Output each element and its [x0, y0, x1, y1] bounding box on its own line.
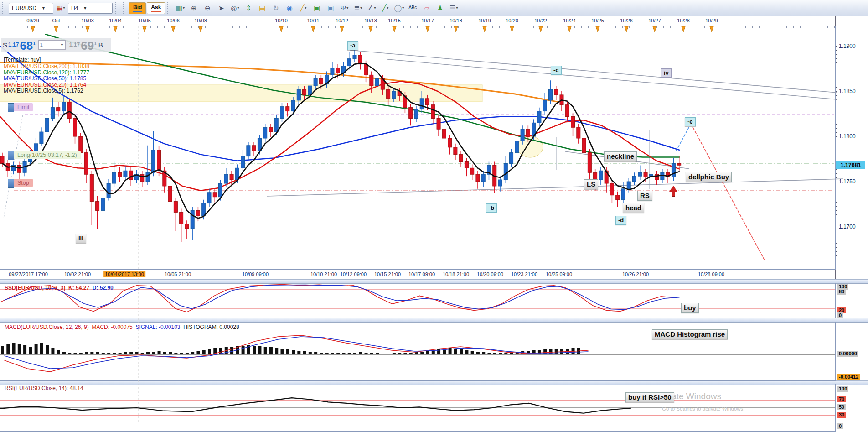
top-axis-label[interactable]: 10/04	[109, 18, 122, 23]
rsi-axis-badge: 0	[837, 423, 843, 429]
macd-rise-label: MACD Histogram rise	[652, 329, 728, 339]
zoom-in-button[interactable]: ⊕	[187, 2, 200, 14]
top-axis-label[interactable]: 10/15	[388, 18, 401, 23]
top-axis-label[interactable]: 10/19	[478, 18, 491, 23]
bottom-axis-label[interactable]: 10/04/2017 13:00	[103, 271, 145, 277]
bottom-axis-label[interactable]: 10/17 09:00	[407, 271, 436, 277]
top-axis-label[interactable]: 10/26	[620, 18, 633, 23]
ask-button[interactable]: Ask	[147, 2, 165, 14]
bottom-axis-label[interactable]: 10/09 09:00	[241, 271, 270, 277]
structure-button[interactable]: ♟	[434, 2, 446, 14]
bottom-axis-label[interactable]: 10/12 09:00	[339, 271, 368, 277]
wave-iii-label: iii	[76, 234, 86, 243]
bottom-axis-label[interactable]: 10/20 09:00	[475, 271, 505, 277]
list-button[interactable]: ☰▾	[447, 2, 460, 14]
stop-order-badge-handle[interactable]	[8, 179, 14, 188]
buy-label[interactable]: B	[98, 41, 103, 49]
top-axis-label[interactable]: 10/13	[364, 18, 377, 23]
text-label-icon: ᴬᴮᶜ	[408, 5, 417, 11]
image-add-icon: ▣	[314, 5, 320, 11]
bottom-axis-label[interactable]: 10/25 09:00	[544, 271, 574, 277]
top-axis-label[interactable]: 10/08	[194, 18, 207, 23]
panel-splitter[interactable]	[0, 380, 868, 385]
bottom-axis-label[interactable]: 10/18 21:00	[441, 271, 470, 277]
toolbar: EUR/USD▼ ▦▾ H4▼ BidAsk▥▾⊕⊖➤◎▾⇕▤↻◉╱▾▣▣Ψ▾≣…	[0, 0, 868, 16]
top-axis-label[interactable]: 10/22	[534, 18, 547, 23]
magnifier-icon: ◎	[231, 5, 237, 11]
ruler-button[interactable]: ╱▾	[297, 2, 310, 14]
top-axis-label[interactable]: 10/12	[336, 18, 348, 23]
top-date-axis[interactable]: 09/29Oct10/0310/0410/0510/0610/0810/1010…	[0, 16, 868, 26]
bottom-axis-label[interactable]: 10/05 21:00	[163, 271, 192, 277]
limit-order-badge-handle[interactable]	[8, 103, 14, 112]
trend-angles-icon: ∠	[367, 5, 373, 11]
panel-splitter[interactable]	[0, 318, 868, 323]
zoom-pointer-button[interactable]: ➤	[215, 2, 227, 14]
top-axis-label[interactable]: 10/05	[138, 18, 151, 23]
note-button[interactable]: ▤	[256, 2, 269, 14]
bid-button[interactable]: Bid	[129, 2, 146, 14]
image-chart-button[interactable]: ▣	[324, 2, 337, 14]
bottom-axis-label[interactable]: 10/28 09:00	[697, 271, 726, 277]
top-axis-label[interactable]: 10/29	[705, 18, 718, 23]
zoom-in-icon: ⊕	[191, 5, 197, 11]
bottom-axis-label[interactable]: 10/26 21:00	[621, 271, 650, 277]
eraser-button[interactable]: ▱	[420, 2, 433, 14]
top-axis-label[interactable]: 10/18	[450, 18, 462, 23]
fib-levels-button[interactable]: ≣▾	[351, 2, 364, 14]
toolbar-grip[interactable]	[2, 2, 6, 14]
image-add-button[interactable]: ▣	[310, 2, 323, 14]
top-axis-label[interactable]: 10/10	[275, 18, 288, 23]
stop-order-badge[interactable]: Stop	[14, 179, 33, 187]
open-position-badge-handle[interactable]	[8, 151, 14, 160]
sell-price-small[interactable]: 1.17	[8, 42, 19, 48]
globe-button[interactable]: ◉	[283, 2, 296, 14]
top-axis-label[interactable]: 10/17	[421, 18, 434, 23]
chart-type-button[interactable]: ▥▾	[174, 2, 186, 14]
top-axis-label[interactable]: 10/24	[563, 18, 576, 23]
remove-chart-button[interactable]: ▦▾	[54, 2, 67, 14]
sell-label[interactable]: S	[3, 41, 7, 49]
sell-price-big[interactable]: 681	[20, 38, 35, 52]
eye-refresh-button[interactable]: ↻	[269, 2, 282, 14]
chart-graphics	[0, 0, 868, 432]
top-axis-label[interactable]: Oct	[52, 18, 60, 23]
trendline-button[interactable]: ╱▾	[379, 2, 392, 14]
top-axis-label[interactable]: 10/27	[648, 18, 661, 23]
top-axis-label[interactable]: 10/25	[591, 18, 604, 23]
symbol-select[interactable]: EUR/USD▼	[9, 3, 53, 14]
open-position-badge[interactable]: Long(10/25 03:17, -1.2)	[14, 151, 81, 159]
ellipse-tool-button[interactable]: ◯▾	[393, 2, 405, 14]
horizontal-scrollbar[interactable]	[0, 279, 868, 284]
period-select[interactable]: H4▼	[68, 3, 113, 14]
chevron-down-icon: ▼	[60, 43, 64, 47]
remove-chart-icon: ▦	[56, 5, 62, 11]
top-axis-label[interactable]: 10/28	[677, 18, 690, 23]
ellipse-tool-icon: ◯	[394, 5, 402, 11]
buy-price-big[interactable]: 691	[81, 38, 96, 52]
bottom-axis-label[interactable]: 10/10 21:00	[309, 271, 338, 277]
top-axis-label[interactable]: 10/20	[506, 18, 518, 23]
top-axis-label[interactable]: 10/03	[81, 18, 94, 23]
limit-order-badge[interactable]: Limit	[14, 103, 33, 111]
pitchfork-button[interactable]: Ψ▾	[338, 2, 351, 14]
macd-axis-badge: 0.00000	[837, 351, 858, 357]
head-label: head	[623, 203, 644, 213]
top-axis-label[interactable]: 10/06	[167, 18, 180, 23]
fit-vertical-button[interactable]: ⇕	[242, 2, 255, 14]
magnifier-button[interactable]: ◎▾	[228, 2, 241, 14]
wave-d-label: -d	[615, 216, 626, 225]
top-axis-label[interactable]: 10/11	[307, 18, 320, 23]
bottom-axis-label[interactable]: 10/15 21:00	[373, 271, 402, 277]
buy-price-small[interactable]: 1.17	[69, 42, 80, 48]
bottom-date-axis[interactable]: 09/27/2017 17:0010/02 21:0010/04/2017 13…	[0, 269, 835, 280]
trend-angles-button[interactable]: ∠▾	[365, 2, 378, 14]
zoom-out-button[interactable]: ⊖	[201, 2, 214, 14]
fib-levels-icon: ≣	[354, 5, 360, 11]
bottom-axis-label[interactable]: 09/27/2017 17:00	[7, 271, 49, 277]
top-axis-label[interactable]: 09/29	[26, 18, 39, 23]
amount-input[interactable]: 1▼	[38, 40, 66, 50]
text-label-button[interactable]: ᴬᴮᶜ	[406, 2, 419, 14]
bottom-axis-label[interactable]: 10/02 21:00	[63, 271, 92, 277]
bottom-axis-label[interactable]: 10/23 21:00	[510, 271, 539, 277]
